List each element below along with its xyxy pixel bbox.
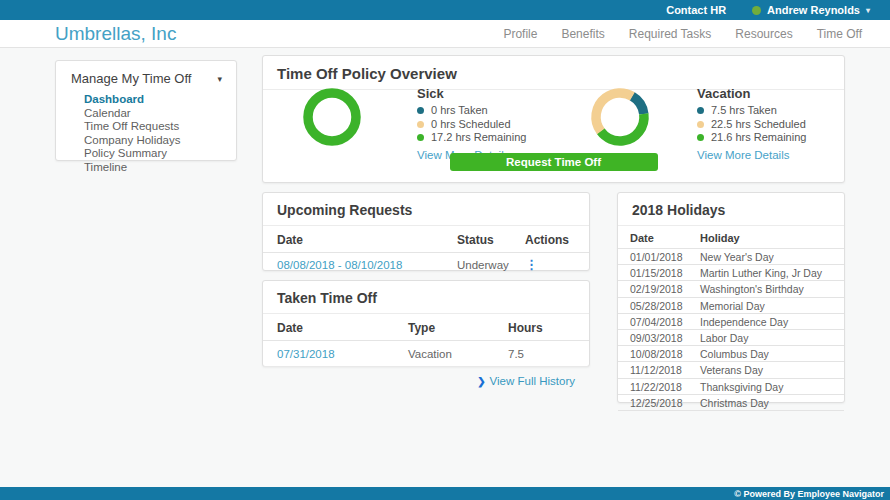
sidebar-item-dashboard[interactable]: Dashboard (84, 93, 236, 107)
sidebar-item-calendar[interactable]: Calendar (84, 107, 236, 121)
policy-name: Vacation (697, 86, 806, 101)
legend-item-remaining: 21.6 hrs Remaining (697, 131, 806, 145)
scheduled-dot-icon (697, 121, 704, 128)
nav-required-tasks[interactable]: Required Tasks (629, 27, 712, 41)
request-date-link[interactable]: 08/08/2018 - 08/10/2018 (277, 259, 457, 271)
user-name: Andrew Reynolds (767, 4, 860, 16)
chevron-down-icon: ▾ (866, 6, 870, 15)
time-off-sidebar: Manage My Time Off ▾ Dashboard Calendar … (55, 60, 237, 161)
sidebar-section-label: Manage My Time Off (71, 71, 191, 86)
holiday-date: 05/28/2018 (630, 300, 700, 312)
holiday-name: Martin Luther King, Jr Day (700, 267, 832, 279)
taken-dot-icon (697, 107, 704, 114)
upcoming-requests-title: Upcoming Requests (263, 193, 589, 226)
col-actions: Actions (525, 233, 575, 247)
legend-text: 17.2 hrs Remaining (431, 131, 526, 145)
sidebar-item-policy-summary[interactable]: Policy Summary (84, 147, 236, 161)
holidays-header: Date Holiday (618, 226, 844, 249)
sidebar-item-company-holidays[interactable]: Company Holidays (84, 134, 236, 148)
table-row: 11/12/2018Veterans Day (618, 362, 844, 378)
sick-legend: Sick 0 hrs Taken 0 hrs Scheduled 17.2 hr… (417, 86, 526, 163)
taken-type: Vacation (408, 348, 508, 360)
taken-time-off-header: Date Type Hours (263, 314, 589, 341)
view-full-history-link[interactable]: View Full History (490, 375, 575, 387)
request-time-off-button[interactable]: Request Time Off (450, 153, 658, 171)
holiday-date: 12/25/2018 (630, 397, 700, 409)
app-footer: © Powered By Employee Navigator (0, 487, 890, 500)
holiday-name: Christmas Day (700, 397, 832, 409)
topbar: Contact HR Andrew Reynolds ▾ (0, 0, 890, 20)
nav-time-off[interactable]: Time Off (817, 27, 862, 41)
holiday-name: New Year's Day (700, 251, 832, 263)
legend-item-taken: 7.5 hrs Taken (697, 104, 806, 118)
remaining-dot-icon (697, 134, 704, 141)
kebab-menu-icon[interactable]: ⋮ (525, 260, 575, 270)
taken-time-off-title: Taken Time Off (263, 281, 589, 314)
holiday-date: 01/01/2018 (630, 251, 700, 263)
sidebar-items: Dashboard Calendar Time Off Requests Com… (56, 91, 236, 174)
legend-text: 21.6 hrs Remaining (711, 131, 806, 145)
table-row: 07/31/2018 Vacation 7.5 (263, 341, 589, 367)
sick-donut-chart (301, 86, 363, 148)
legend-item-scheduled: 22.5 hrs Scheduled (697, 118, 806, 132)
footer-text: © Powered By Employee Navigator (734, 489, 884, 499)
nav-resources[interactable]: Resources (735, 27, 792, 41)
sidebar-item-time-off-requests[interactable]: Time Off Requests (84, 120, 236, 134)
holiday-date: 11/22/2018 (630, 381, 700, 393)
contact-hr-link[interactable]: Contact HR (666, 4, 726, 16)
holidays-card: 2018 Holidays Date Holiday 01/01/2018New… (617, 192, 845, 403)
col-date: Date (277, 233, 457, 247)
remaining-dot-icon (417, 134, 424, 141)
holiday-date: 02/19/2018 (630, 283, 700, 295)
vacation-legend: Vacation 7.5 hrs Taken 22.5 hrs Schedule… (697, 86, 806, 163)
upcoming-requests-card: Upcoming Requests Date Status Actions 08… (262, 192, 590, 271)
table-row: 11/22/2018Thanksgiving Day (618, 379, 844, 395)
legend-item-scheduled: 0 hrs Scheduled (417, 118, 526, 132)
col-date: Date (630, 232, 700, 244)
sick-policy-summary: Sick 0 hrs Taken 0 hrs Scheduled 17.2 hr… (301, 86, 526, 163)
sidebar-item-timeline[interactable]: Timeline (84, 161, 236, 175)
scheduled-dot-icon (417, 121, 424, 128)
holiday-date: 09/03/2018 (630, 332, 700, 344)
nav-profile[interactable]: Profile (503, 27, 537, 41)
chevron-down-icon: ▾ (217, 74, 222, 84)
overview-title: Time Off Policy Overview (263, 56, 844, 90)
col-status: Status (457, 233, 525, 247)
page: Contact HR Andrew Reynolds ▾ Umbrellas, … (0, 0, 890, 500)
company-logo[interactable]: Umbrellas, Inc (55, 23, 176, 45)
chevron-right-icon: ❯ (477, 376, 485, 387)
taken-date-link[interactable]: 07/31/2018 (277, 348, 408, 360)
table-row: 08/08/2018 - 08/10/2018 Underway ⋮ (263, 253, 589, 276)
table-row: 12/25/2018Christmas Day (618, 395, 844, 411)
holiday-date: 01/15/2018 (630, 267, 700, 279)
holiday-name: Washington's Birthday (700, 283, 832, 295)
sidebar-section-dropdown[interactable]: Manage My Time Off ▾ (56, 61, 236, 91)
legend-item-taken: 0 hrs Taken (417, 104, 526, 118)
holiday-date: 07/04/2018 (630, 316, 700, 328)
vacation-view-more-details-link[interactable]: View More Details (697, 149, 789, 161)
taken-hours: 7.5 (508, 348, 575, 360)
user-menu[interactable]: Andrew Reynolds ▾ (752, 4, 870, 16)
vacation-policy-summary: Vacation 7.5 hrs Taken 22.5 hrs Schedule… (589, 86, 806, 163)
holiday-name: Veterans Day (700, 364, 832, 376)
holiday-name: Columbus Day (700, 348, 832, 360)
nav-benefits[interactable]: Benefits (561, 27, 604, 41)
user-status-dot (752, 6, 761, 15)
holiday-name: Thanksgiving Day (700, 381, 832, 393)
policy-name: Sick (417, 86, 526, 101)
legend-item-remaining: 17.2 hrs Remaining (417, 131, 526, 145)
request-status: Underway (457, 259, 525, 271)
table-row: 09/03/2018Labor Day (618, 330, 844, 346)
holiday-name: Memorial Day (700, 300, 832, 312)
app-header: Umbrellas, Inc Profile Benefits Required… (0, 20, 890, 48)
time-off-policy-overview-card: Time Off Policy Overview Sick 0 hrs Take… (262, 55, 845, 183)
legend-text: 7.5 hrs Taken (711, 104, 777, 118)
holiday-name: Independence Day (700, 316, 832, 328)
view-full-history: ❯View Full History (263, 367, 589, 389)
legend-text: 22.5 hrs Scheduled (711, 118, 806, 132)
holiday-name: Labor Day (700, 332, 832, 344)
upcoming-requests-header: Date Status Actions (263, 226, 589, 253)
table-row: 10/08/2018Columbus Day (618, 346, 844, 362)
col-holiday: Holiday (700, 232, 832, 244)
holiday-date: 11/12/2018 (630, 364, 700, 376)
